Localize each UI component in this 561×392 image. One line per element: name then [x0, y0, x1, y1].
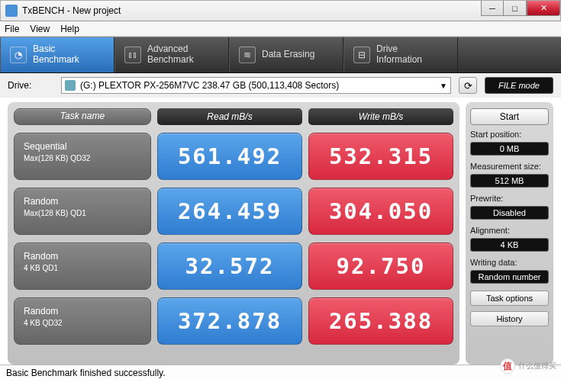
menu-view[interactable]: View — [30, 24, 50, 34]
window-titlebar: TxBENCH - New project ─ □ ✕ — [0, 0, 561, 21]
prewrite-value[interactable]: Disabled — [470, 206, 549, 220]
column-headers: Task name Read mB/s Write mB/s — [14, 108, 453, 125]
watermark-icon: 值 — [500, 358, 515, 374]
drive-label: Drive: — [8, 80, 53, 91]
start-position-label: Start position: — [470, 130, 549, 139]
tab-line2: Benchmark — [147, 55, 194, 66]
gauge-icon: ◔ — [10, 47, 27, 63]
header-write: Write mB/s — [308, 108, 453, 125]
tab-line2: Information — [376, 55, 422, 66]
tab-line2: Benchmark — [33, 55, 79, 66]
task-options-button[interactable]: Task options — [470, 291, 549, 306]
bench-row-random-128kb-qd1: Random Max(128 KB) QD1 264.459 304.050 — [14, 188, 453, 235]
read-value: 372.878 — [157, 297, 302, 345]
window-controls: ─ □ ✕ — [481, 1, 560, 16]
benchmark-panel: Task name Read mB/s Write mB/s Sequentia… — [8, 102, 459, 365]
measurement-size-value[interactable]: 512 MB — [470, 174, 549, 188]
read-value: 32.572 — [157, 243, 302, 290]
menu-bar: File View Help — [0, 21, 561, 37]
prewrite-label: Prewrite: — [470, 194, 549, 203]
write-value: 532.315 — [308, 133, 453, 180]
window-title: TxBENCH - New project — [22, 5, 121, 16]
watermark: 值 什么值得买 — [500, 358, 556, 374]
measurement-size-label: Measurement size: — [470, 162, 549, 171]
header-read: Read mB/s — [157, 108, 302, 125]
drive-selected-text: (G:) PLEXTOR PX-256M7VC 238.47 GB (500,1… — [80, 80, 339, 91]
refresh-button[interactable]: ⟳ — [459, 77, 477, 94]
start-button[interactable]: Start — [470, 108, 549, 125]
write-value: 304.050 — [308, 188, 453, 235]
tab-line1: Basic — [33, 44, 79, 55]
tab-line1: Data Erasing — [262, 50, 314, 60]
side-panel: Start Start position: 0 MB Measurement s… — [466, 102, 553, 365]
writing-data-label: Writing data: — [470, 258, 549, 267]
tab-line1: Advanced — [147, 44, 194, 55]
read-value: 264.459 — [157, 188, 302, 235]
alignment-label: Alignment: — [470, 226, 549, 235]
bench-row-random-4kb-qd32: Random 4 KB QD32 372.878 265.388 — [14, 297, 453, 345]
tab-line1: Drive — [376, 44, 422, 55]
status-bar: Basic Benchmark finished successfully. — [0, 365, 561, 381]
header-task: Task name — [14, 108, 151, 125]
task-label: Random Max(128 KB) QD1 — [14, 188, 151, 235]
start-position-value[interactable]: 0 MB — [470, 142, 549, 156]
drive-select[interactable]: (G:) PLEXTOR PX-256M7VC 238.47 GB (500,1… — [61, 77, 451, 94]
task-label: Random 4 KB QD1 — [14, 243, 151, 290]
bench-row-sequential-qd32: Sequential Max(128 KB) QD32 561.492 532.… — [14, 133, 453, 180]
task-label: Sequential Max(128 KB) QD32 — [14, 133, 151, 180]
history-button[interactable]: History — [470, 311, 549, 326]
app-icon — [5, 5, 18, 17]
minimize-button[interactable]: ─ — [481, 1, 504, 16]
hdd-icon — [65, 80, 76, 91]
maximize-button[interactable]: □ — [504, 1, 527, 16]
erase-icon: ≋ — [239, 47, 256, 63]
task-label: Random 4 KB QD32 — [14, 297, 151, 345]
write-value: 265.388 — [308, 297, 453, 345]
read-value: 561.492 — [157, 133, 302, 180]
menu-file[interactable]: File — [5, 24, 19, 34]
tab-advanced-benchmark[interactable]: ⫾⫾ Advanced Benchmark — [114, 37, 229, 72]
write-value: 92.750 — [308, 243, 453, 290]
alignment-value[interactable]: 4 KB — [470, 238, 549, 252]
chevron-down-icon: ▼ — [440, 82, 447, 90]
tab-basic-benchmark[interactable]: ◔ Basic Benchmark — [0, 37, 114, 72]
drive-row: Drive: (G:) PLEXTOR PX-256M7VC 238.47 GB… — [0, 73, 561, 98]
chart-icon: ⫾⫾ — [124, 47, 141, 63]
main-tabs: ◔ Basic Benchmark ⫾⫾ Advanced Benchmark … — [0, 37, 561, 73]
writing-data-value[interactable]: Random number — [470, 270, 549, 284]
drive-icon: ⊟ — [353, 47, 370, 63]
tab-data-erasing[interactable]: ≋ Data Erasing — [229, 37, 343, 72]
refresh-icon: ⟳ — [464, 80, 472, 92]
bench-row-random-4kb-qd1: Random 4 KB QD1 32.572 92.750 — [14, 243, 453, 290]
watermark-text: 什么值得买 — [518, 361, 556, 371]
status-text: Basic Benchmark finished successfully. — [6, 368, 166, 378]
main-area: Task name Read mB/s Write mB/s Sequentia… — [0, 98, 561, 365]
tab-drive-information[interactable]: ⊟ Drive Information — [343, 37, 458, 72]
file-mode-button[interactable]: FILE mode — [485, 77, 553, 94]
close-button[interactable]: ✕ — [527, 1, 560, 16]
menu-help[interactable]: Help — [60, 24, 79, 34]
